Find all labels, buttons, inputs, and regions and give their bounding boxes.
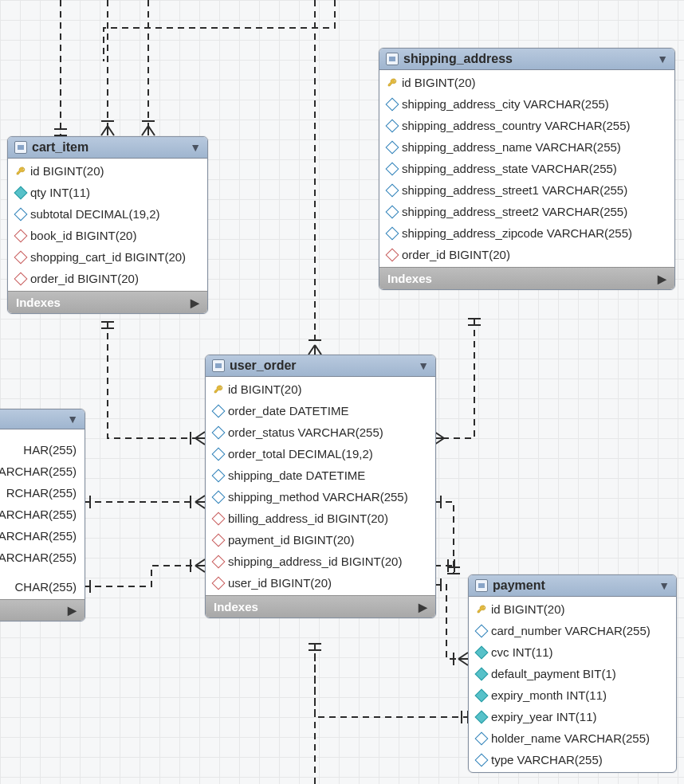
column-list: id BIGINT(20)qty INT(11)subtotal DECIMAL… [8,159,207,291]
column-row[interactable]: default_payment BIT(1) [469,663,676,684]
table-header[interactable]: ▼ [0,410,85,429]
column-text: shopping_cart_id BIGINT(20) [30,250,186,264]
column-text: cvc INT(11) [491,645,553,659]
notnull-icon [475,710,489,723]
collapse-icon[interactable]: ▼ [418,359,429,372]
column-row[interactable]: order_id BIGINT(20) [8,268,207,289]
table-header[interactable]: cart_item ▼ [8,137,207,159]
nullable-icon [386,119,399,132]
column-row[interactable]: shipping_address_name VARCHAR(255) [379,136,674,158]
column-text: shipping_address_street1 VARCHAR(255) [402,183,627,197]
column-row[interactable]: RCHAR(255) [0,482,85,504]
column-row[interactable]: payment_id BIGINT(20) [206,529,435,551]
column-row[interactable]: user_id BIGINT(20) [206,572,435,594]
column-row[interactable]: book_id BIGINT(20) [8,225,207,246]
column-row[interactable]: shipping_address_street1 VARCHAR(255) [379,179,674,201]
column-row[interactable]: shipping_date DATETIME [206,465,435,486]
expand-icon[interactable]: ▶ [68,604,77,617]
column-text: order_id BIGINT(20) [402,248,510,261]
column-row[interactable]: id BIGINT(20) [469,598,676,620]
foreign-key-icon [14,272,28,285]
primary-key-icon [16,167,26,176]
indexes-section[interactable]: Indexes ▶ [379,267,674,289]
column-row[interactable]: ARCHAR(255) [0,525,85,547]
column-row[interactable]: ARCHAR(255) [0,504,85,525]
column-text: shipping_address_name VARCHAR(255) [402,140,621,154]
column-row[interactable]: shipping_address_country VARCHAR(255) [379,115,674,136]
column-row[interactable]: expiry_month INT(11) [469,684,676,706]
column-row[interactable]: id BIGINT(20) [206,378,435,400]
column-text: ARCHAR(255) [0,508,77,521]
column-text: card_number VARCHAR(255) [491,624,651,637]
column-row[interactable]: shopping_cart_id BIGINT(20) [8,246,207,268]
table-header[interactable]: user_order ▼ [206,355,435,377]
collapse-icon[interactable]: ▼ [67,413,78,425]
table-icon [386,53,399,65]
column-text: shipping_address_country VARCHAR(255) [402,119,631,132]
table-cart-item[interactable]: cart_item ▼ id BIGINT(20)qty INT(11)subt… [7,136,208,314]
column-row[interactable]: shipping_address_street2 VARCHAR(255) [379,201,674,222]
collapse-icon[interactable]: ▼ [657,53,668,65]
foreign-key-icon [212,576,226,590]
column-row[interactable]: id BIGINT(20) [379,72,674,93]
column-text: shipping_method VARCHAR(255) [228,490,408,504]
column-row[interactable]: holder_name VARCHAR(255) [469,727,676,749]
erd-canvas[interactable]: cart_item ▼ id BIGINT(20)qty INT(11)subt… [0,0,684,784]
collapse-icon[interactable]: ▼ [658,579,670,592]
column-row[interactable]: order_date DATETIME [206,400,435,421]
column-list: id BIGINT(20)card_number VARCHAR(255)cvc… [469,597,676,772]
nullable-icon [475,753,489,766]
indexes-label: Indexes [214,600,258,613]
column-row[interactable]: HAR(255) [0,439,85,461]
collapse-icon[interactable]: ▼ [190,141,201,154]
column-row[interactable]: order_id BIGINT(20) [379,244,674,265]
column-row[interactable]: shipping_address_city VARCHAR(255) [379,93,674,115]
table-header[interactable]: shipping_address ▼ [379,49,674,70]
column-row[interactable]: cvc INT(11) [469,641,676,663]
table-header[interactable]: payment ▼ [469,575,676,597]
nullable-icon [212,468,226,482]
column-text: ARCHAR(255) [0,551,77,564]
indexes-section[interactable]: Indexes ▶ [206,595,435,617]
column-row[interactable]: shipping_method VARCHAR(255) [206,486,435,508]
column-row[interactable]: expiry_year INT(11) [469,706,676,727]
table-user-order[interactable]: user_order ▼ id BIGINT(20)order_date DAT… [205,355,436,618]
column-row[interactable]: subtotal DECIMAL(19,2) [8,203,207,225]
column-row[interactable]: order_status VARCHAR(255) [206,421,435,443]
column-row[interactable]: shipping_address_id BIGINT(20) [206,551,435,572]
column-row[interactable]: id BIGINT(20) [8,160,207,182]
column-row[interactable]: CHAR(255) [0,576,85,598]
expand-icon[interactable]: ▶ [658,272,666,285]
expand-icon[interactable]: ▶ [191,296,199,309]
column-text: shipping_date DATETIME [228,468,365,482]
column-row[interactable]: order_total DECIMAL(19,2) [206,443,435,465]
expand-icon[interactable]: ▶ [419,601,427,613]
table-icon [475,579,488,592]
table-clipped-left[interactable]: ▼ HAR(255)ARCHAR(255)RCHAR(255)ARCHAR(25… [0,409,85,621]
column-text: order_date DATETIME [228,404,348,417]
table-shipping-address[interactable]: shipping_address ▼ id BIGINT(20)shipping… [379,48,675,290]
column-row[interactable] [0,568,85,576]
column-row[interactable]: shipping_address_zipcode VARCHAR(255) [379,222,674,244]
column-row[interactable]: card_number VARCHAR(255) [469,620,676,641]
column-row[interactable]: shipping_address_state VARCHAR(255) [379,158,674,179]
column-row[interactable]: type VARCHAR(255) [469,749,676,770]
column-row[interactable]: qty INT(11) [8,182,207,203]
nullable-icon [386,205,399,218]
column-row[interactable]: ARCHAR(255) [0,461,85,482]
column-text: user_id BIGINT(20) [228,576,332,590]
indexes-section[interactable]: Indexes ▶ [8,291,207,313]
column-text: ARCHAR(255) [0,529,77,543]
nullable-icon [475,624,489,637]
column-row[interactable]: ARCHAR(255) [0,547,85,568]
column-text: CHAR(255) [14,580,77,594]
column-row[interactable] [0,431,85,439]
nullable-icon [14,207,28,221]
indexes-label: Indexes [387,272,432,285]
table-payment[interactable]: payment ▼ id BIGINT(20)card_number VARCH… [468,574,677,773]
column-row[interactable]: billing_address_id BIGINT(20) [206,508,435,529]
table-title: cart_item [32,140,185,155]
nullable-icon [386,183,399,197]
column-text: payment_id BIGINT(20) [228,533,354,547]
indexes-section[interactable]: ▶ [0,599,85,621]
